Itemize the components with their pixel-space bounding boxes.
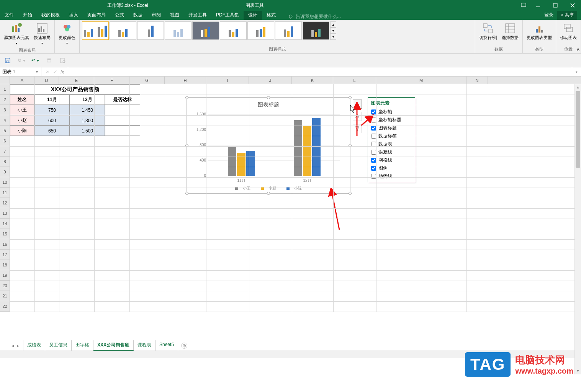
column-header[interactable]: G	[129, 77, 165, 84]
row-header[interactable]: 4	[0, 115, 10, 126]
collapse-ribbon-button[interactable]: ᐱ	[577, 47, 579, 52]
sheet-nav-last[interactable]: ▸	[17, 343, 19, 348]
redo-button[interactable]: ↻ ▾	[18, 57, 25, 64]
tab-format[interactable]: 格式	[262, 10, 280, 20]
column-header[interactable]: L	[333, 77, 376, 84]
chart-styles-button[interactable]	[353, 112, 362, 121]
chart-elements-button[interactable]: ＋	[353, 100, 362, 109]
resize-handle[interactable]	[267, 192, 270, 195]
resize-handle[interactable]	[349, 96, 352, 99]
select-data-button[interactable]: 选择数据	[500, 21, 520, 41]
select-all-corner[interactable]	[0, 77, 10, 84]
switch-row-col-button[interactable]: 切换行/列	[478, 21, 499, 41]
header-dec[interactable]: 12月	[70, 95, 105, 105]
column-header[interactable]: J	[249, 77, 292, 84]
fx-button[interactable]: fx	[61, 69, 64, 75]
tab-home[interactable]: 开始	[18, 10, 37, 20]
column-header[interactable]: I	[206, 77, 249, 84]
save-button[interactable]	[4, 57, 11, 64]
scroll-down-button[interactable]: ▼	[575, 368, 581, 374]
chart-legend[interactable]: 小王 小赵 小陈	[187, 186, 350, 191]
column-header[interactable]: K	[292, 77, 333, 84]
header-ok[interactable]: 是否达标	[105, 95, 140, 105]
add-chart-element-button[interactable]: + 添加图表元素▾	[2, 21, 31, 47]
vertical-scrollbar[interactable]: ▲ ▼	[574, 84, 581, 374]
sheet-tab[interactable]: 田字格	[72, 340, 93, 351]
cell-value[interactable]: 1,500	[70, 126, 105, 136]
row-header[interactable]: 7	[0, 146, 10, 157]
sheet-tab[interactable]: 员工信息	[45, 340, 72, 351]
tab-data[interactable]: 数据	[129, 10, 147, 20]
name-box[interactable]: 图表 1▼	[0, 67, 41, 76]
print-button[interactable]	[45, 57, 53, 64]
column-header[interactable]: E	[59, 77, 94, 84]
gallery-down-button[interactable]: ▼	[330, 28, 336, 34]
change-chart-type-button[interactable]: 更改图表类型	[525, 21, 553, 41]
chart-style-8[interactable]	[275, 21, 302, 40]
chart-element-option[interactable]: 误差线	[371, 148, 412, 156]
checkbox[interactable]	[371, 174, 376, 179]
chart-element-option[interactable]: 趋势线	[371, 172, 412, 180]
row-header[interactable]: 12	[0, 198, 10, 208]
chart-style-4[interactable]	[165, 21, 191, 40]
tab-developer[interactable]: 开发工具	[184, 10, 211, 20]
row-header[interactable]: 8	[0, 157, 10, 167]
enter-formula-button[interactable]: ✓	[53, 69, 57, 75]
row-header[interactable]: 20	[0, 281, 10, 291]
checkbox[interactable]	[371, 118, 376, 122]
close-button[interactable]	[564, 0, 581, 11]
tell-me-search[interactable]: 告诉我您想要做什么...	[288, 13, 341, 20]
column-header[interactable]: D	[34, 77, 59, 84]
resize-handle[interactable]	[267, 96, 270, 99]
chart-bar[interactable]	[303, 126, 311, 176]
tab-formulas[interactable]: 公式	[110, 10, 129, 20]
cell-name[interactable]: 小赵	[10, 115, 34, 126]
sheet-nav-first[interactable]: ◂	[11, 343, 14, 348]
cancel-formula-button[interactable]: ✕	[45, 69, 49, 75]
column-header[interactable]: F	[94, 77, 129, 84]
gallery-up-button[interactable]: ▲	[330, 21, 336, 28]
chart-style-2[interactable]	[110, 21, 136, 40]
row-header[interactable]: 1	[0, 84, 10, 95]
chart-style-9[interactable]	[303, 21, 329, 40]
row-header[interactable]: 5	[0, 126, 10, 136]
cell-value[interactable]	[105, 115, 140, 126]
sheet-tab[interactable]: Sheet5	[155, 340, 178, 351]
row-header[interactable]: 14	[0, 219, 10, 229]
checkbox[interactable]	[371, 150, 376, 155]
column-header[interactable]: M	[376, 77, 466, 84]
cell-name[interactable]: 小王	[10, 105, 34, 115]
chart-bar[interactable]	[237, 153, 245, 176]
embedded-chart[interactable]: 图表标题 04008001,2001,60011月12月 小王 小赵 小陈	[187, 97, 350, 194]
chart-element-option[interactable]: 坐标轴标题	[371, 116, 412, 124]
chart-element-option[interactable]: 图例	[371, 164, 412, 172]
row-header[interactable]: 19	[0, 270, 10, 281]
row-header[interactable]: 2	[0, 95, 10, 105]
sheet-tab[interactable]: XXX公司销售额	[93, 340, 134, 351]
row-header[interactable]: 22	[0, 301, 10, 312]
cell-value[interactable]: 1,300	[70, 115, 105, 126]
resize-handle[interactable]	[185, 96, 188, 99]
chart-style-3[interactable]	[137, 21, 164, 40]
tab-view[interactable]: 视图	[165, 10, 184, 20]
checkbox[interactable]	[371, 109, 376, 114]
chart-style-6[interactable]	[220, 21, 247, 40]
add-sheet-button[interactable]: ⊕	[181, 343, 187, 349]
sheet-tab[interactable]: 成绩表	[23, 340, 45, 351]
cell-value[interactable]	[105, 126, 140, 136]
cell-value[interactable]: 1,450	[70, 105, 105, 115]
tab-design[interactable]: 设计	[244, 10, 262, 20]
row-header[interactable]: 16	[0, 239, 10, 250]
row-header[interactable]: 10	[0, 177, 10, 188]
login-link[interactable]: 登录	[544, 12, 553, 18]
chart-element-option[interactable]: 网格线	[371, 156, 412, 164]
chart-style-7[interactable]	[247, 21, 274, 40]
tab-pagelayout[interactable]: 页面布局	[83, 10, 110, 20]
expand-formula-bar-button[interactable]: ▾	[572, 67, 581, 76]
quick-layout-button[interactable]: 快速布局▾	[32, 21, 52, 47]
tab-file[interactable]: 文件	[0, 10, 18, 20]
row-header[interactable]: 21	[0, 291, 10, 301]
row-header[interactable]: 6	[0, 136, 10, 146]
ribbon-display-options-icon[interactable]	[518, 0, 529, 11]
chart-bar[interactable]	[294, 120, 302, 176]
